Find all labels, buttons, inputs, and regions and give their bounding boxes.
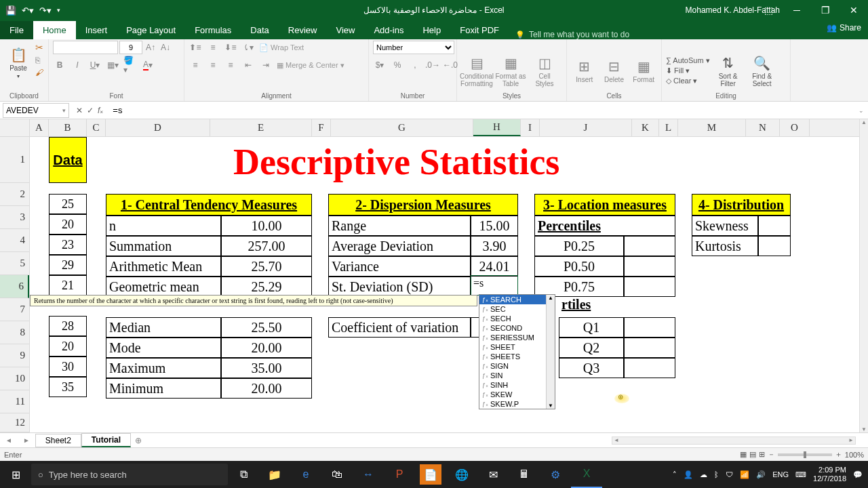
fill-button[interactable]: ⬇ Fill ▾	[666, 66, 710, 75]
fill-color-button[interactable]: 🪣▾	[123, 58, 137, 72]
app-settings-icon[interactable]: ⚙	[540, 461, 571, 488]
sheet-tab-tutorial[interactable]: Tutorial	[81, 433, 131, 447]
sec1-value-1[interactable]: 257.00	[221, 236, 312, 256]
tray-antivirus-icon[interactable]: 🛡	[726, 470, 733, 479]
sec1-value-3[interactable]: 25.29	[221, 277, 312, 297]
font-color-button[interactable]: A▾	[141, 58, 155, 72]
row-header-2[interactable]: 2	[0, 183, 29, 206]
percentile-value-0[interactable]	[624, 236, 675, 256]
font-size-input[interactable]	[119, 41, 142, 54]
row-header-12[interactable]: 12	[0, 413, 29, 432]
sort-filter-button[interactable]: ⇅Sort & Filter	[713, 49, 744, 94]
fx-option-search[interactable]: SEARCH	[479, 295, 555, 304]
wrap-text-button[interactable]: 📄Wrap Text	[259, 43, 304, 52]
align-left-icon[interactable]: ≡	[189, 58, 202, 72]
col-header-N[interactable]: N	[746, 119, 780, 136]
comma-icon[interactable]: ,	[408, 58, 422, 72]
col-header-M[interactable]: M	[678, 119, 746, 136]
fx-option-sin[interactable]: SIN	[479, 371, 555, 380]
grow-font-icon[interactable]: A↑	[144, 41, 157, 54]
sec1-value-6[interactable]: 20.00	[221, 338, 312, 358]
tab-file[interactable]: File	[0, 21, 33, 39]
tray-overflow-icon[interactable]: ˄	[673, 470, 677, 479]
data-cell-b3[interactable]: 20	[49, 214, 87, 235]
minimize-button[interactable]: ─	[783, 0, 811, 20]
app-store-icon[interactable]: 🛍	[321, 461, 353, 488]
sheet-tab-sheet2[interactable]: Sheet2	[35, 434, 81, 447]
sec2-value-2[interactable]: 24.01	[471, 256, 518, 277]
app-powerpoint-icon[interactable]: P	[384, 461, 415, 488]
add-sheet-button[interactable]: ⊕	[131, 436, 146, 445]
conditional-formatting-button[interactable]: ▤Conditional Formatting	[461, 49, 492, 94]
sec4-value-1[interactable]	[758, 236, 791, 256]
align-right-icon[interactable]: ≡	[224, 58, 237, 72]
percentile-value-1[interactable]	[624, 256, 675, 277]
align-top-icon[interactable]: ⬆≡	[189, 41, 202, 54]
dec-decimal-icon[interactable]: ←.0	[443, 58, 457, 72]
fx-option-sinh[interactable]: SINH	[479, 380, 555, 390]
align-center-icon[interactable]: ≡	[206, 58, 220, 72]
active-cell-content[interactable]: =s	[473, 277, 484, 289]
name-box[interactable]: AVEDEV	[3, 103, 69, 118]
col-header-O[interactable]: O	[780, 119, 810, 136]
zoom-slider[interactable]	[778, 453, 832, 456]
fx-option-skew.p[interactable]: SKEW.P	[479, 399, 555, 409]
sheet-nav-next[interactable]: ►	[18, 436, 35, 444]
task-view-icon[interactable]: ⧉	[228, 461, 259, 488]
tell-me-search[interactable]: Tell me what you want to do	[509, 30, 636, 39]
cell-styles-button[interactable]: ◫Cell Styles	[529, 49, 560, 94]
underline-button[interactable]: U▾	[88, 58, 102, 72]
row-header-6[interactable]: 6	[0, 275, 29, 298]
function-autocomplete[interactable]: SEARCHSECSECHSECONDSERIESSUMSHEETSHEETSS…	[479, 294, 555, 409]
sheet-nav-prev[interactable]: ◄	[0, 436, 18, 444]
tab-addins[interactable]: Add-ins	[364, 21, 413, 39]
tab-view[interactable]: View	[326, 21, 364, 39]
italic-button[interactable]: I	[71, 58, 84, 72]
tab-page-layout[interactable]: Page Layout	[117, 21, 185, 39]
tab-help[interactable]: Help	[413, 21, 450, 39]
number-format-select[interactable]: Number	[373, 41, 454, 54]
undo-icon[interactable]: ↶▾	[22, 5, 34, 16]
qat-more-icon[interactable]: ▾	[57, 7, 60, 14]
clear-button[interactable]: ◇ Clear ▾	[666, 77, 710, 85]
data-cell-b6[interactable]: 21	[49, 275, 87, 296]
indent-inc-icon[interactable]: ⇥	[259, 58, 273, 72]
sec2-value-1[interactable]: 3.90	[471, 236, 518, 256]
tab-foxit[interactable]: Foxit PDF	[450, 21, 509, 39]
col-header-F[interactable]: F	[312, 119, 331, 136]
expand-formula-bar-icon[interactable]: ⌄	[854, 107, 868, 114]
col-header-G[interactable]: G	[331, 119, 473, 136]
start-button[interactable]: ⊞	[0, 461, 31, 488]
app-edge-icon[interactable]: e	[290, 461, 321, 488]
fx-icon[interactable]: fₓ	[98, 106, 103, 115]
fx-option-sign[interactable]: SIGN	[479, 361, 555, 371]
vertical-scrollbar[interactable]: ▲ ▼	[859, 119, 868, 432]
app-teamviewer-icon[interactable]: ↔	[353, 461, 384, 488]
row-header-7[interactable]: 7	[0, 298, 29, 321]
data-cell-b8[interactable]: 28	[49, 316, 87, 336]
app-mail-icon[interactable]: ✉	[477, 461, 509, 488]
sec4-value-0[interactable]	[758, 216, 791, 236]
tray-onedrive-icon[interactable]: ☁	[700, 470, 707, 479]
data-cell-b2[interactable]: 25	[49, 194, 87, 214]
quartile-value-1[interactable]	[624, 338, 675, 358]
save-icon[interactable]: 💾	[5, 5, 16, 16]
percent-icon[interactable]: %	[391, 58, 404, 72]
sec1-value-0[interactable]: 10.00	[221, 216, 312, 236]
sec1-value-8[interactable]: 20.00	[221, 378, 312, 399]
view-normal-icon[interactable]: ▦	[740, 450, 747, 459]
inc-decimal-icon[interactable]: .0→	[426, 58, 439, 72]
view-pagebreak-icon[interactable]: ⊞	[759, 450, 765, 459]
tab-formulas[interactable]: Formulas	[185, 21, 241, 39]
percentile-value-2[interactable]	[624, 277, 675, 297]
col-header-B[interactable]: B	[49, 119, 87, 136]
merge-center-button[interactable]: ▦Merge & Center▾	[277, 61, 344, 70]
tray-volume-icon[interactable]: 🔊	[756, 470, 766, 479]
sec2-value-0[interactable]: 15.00	[471, 216, 518, 236]
horizontal-scrollbar[interactable]	[146, 436, 868, 445]
sec1-value-2[interactable]: 25.70	[221, 256, 312, 277]
orientation-icon[interactable]: ⤹▾	[241, 41, 255, 54]
delete-cells-button[interactable]: ⊟Delete	[601, 49, 628, 94]
app-foxit-icon[interactable]: 📄	[420, 464, 441, 485]
tab-home[interactable]: Home	[33, 21, 76, 39]
